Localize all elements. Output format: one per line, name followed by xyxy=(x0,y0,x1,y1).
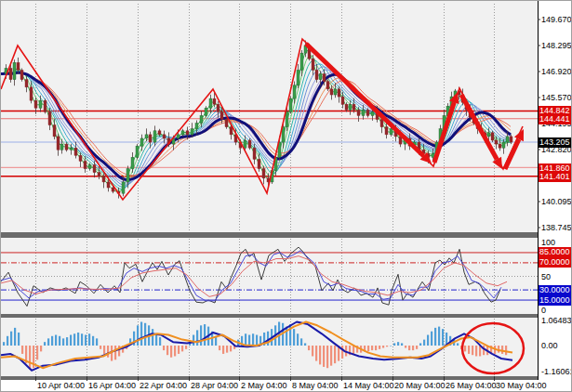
price-badge: 141.401 xyxy=(539,172,572,182)
candle xyxy=(131,157,134,168)
candle xyxy=(217,104,219,111)
histogram-bar xyxy=(475,346,477,356)
time-axis-label: 20 May 04:00 xyxy=(394,381,446,390)
candle xyxy=(39,100,42,108)
candle xyxy=(258,159,260,168)
histogram-bar xyxy=(144,323,146,346)
candle xyxy=(88,165,91,169)
candle xyxy=(349,104,352,110)
histogram-bar xyxy=(308,346,310,350)
histogram-bar xyxy=(140,322,142,346)
candle xyxy=(323,74,326,82)
histogram-bar xyxy=(427,335,429,346)
histogram-bar xyxy=(196,330,198,346)
histogram-bar xyxy=(353,346,354,354)
histogram-bar xyxy=(222,346,224,354)
histogram-bar xyxy=(51,336,53,346)
histogram-bar xyxy=(3,342,5,346)
candle xyxy=(34,100,37,108)
histogram-bar xyxy=(300,338,302,346)
candle xyxy=(499,144,501,148)
candle xyxy=(25,80,28,87)
time-axis-label: 8 May 04:00 xyxy=(292,381,339,390)
candle xyxy=(153,131,156,142)
histogram-bar xyxy=(405,346,406,348)
histogram-bar xyxy=(442,329,444,346)
histogram-bar xyxy=(397,342,399,346)
candle xyxy=(102,176,105,182)
candle xyxy=(297,70,299,85)
candle xyxy=(79,155,82,161)
histogram-bar xyxy=(14,328,16,346)
histogram-bar xyxy=(200,325,202,346)
histogram-bar xyxy=(219,346,220,350)
candle xyxy=(126,169,129,182)
histogram-bar xyxy=(100,346,101,349)
histogram-bar xyxy=(468,346,470,354)
candle xyxy=(200,115,203,123)
candle xyxy=(9,68,12,79)
candle xyxy=(48,111,51,124)
histogram-bar xyxy=(401,343,403,346)
candle xyxy=(209,98,212,108)
candle xyxy=(195,124,198,129)
histogram-bar xyxy=(330,346,332,366)
candle xyxy=(380,120,383,127)
candle xyxy=(44,100,47,111)
candle xyxy=(225,120,228,127)
candle xyxy=(220,111,223,119)
histogram-bar xyxy=(312,346,313,356)
histogram-bar xyxy=(170,346,172,358)
histogram-bar xyxy=(7,336,8,346)
histogram-bar xyxy=(36,346,38,359)
histogram-bar xyxy=(59,336,60,346)
stoch-level-label: 100 xyxy=(541,238,555,247)
stoch-level-label: 50 xyxy=(541,272,551,281)
candle xyxy=(145,135,148,138)
histogram-bar xyxy=(341,346,343,359)
candle xyxy=(334,89,337,95)
candle xyxy=(230,127,233,135)
time-axis-label: 2 May 04:00 xyxy=(241,381,287,390)
candle xyxy=(244,140,246,148)
histogram-bar xyxy=(501,346,503,354)
histogram-bar xyxy=(326,346,328,368)
histogram-bar xyxy=(248,335,250,346)
histogram-bar xyxy=(163,346,165,350)
histogram-bar xyxy=(73,333,75,346)
histogram-bar xyxy=(431,332,432,346)
histogram-bar xyxy=(382,346,384,348)
candle xyxy=(253,148,256,159)
histogram-bar xyxy=(319,346,321,364)
histogram-bar xyxy=(103,346,105,354)
candle xyxy=(93,165,96,173)
histogram-bar xyxy=(386,346,388,346)
histogram-bar xyxy=(166,346,168,355)
candle xyxy=(140,138,143,146)
candle xyxy=(289,98,292,111)
candle xyxy=(390,129,392,135)
histogram-bar xyxy=(193,335,194,346)
histogram-bar xyxy=(390,346,392,346)
histogram-bar xyxy=(44,342,46,346)
histogram-bar xyxy=(334,346,336,363)
histogram-bar xyxy=(412,346,414,350)
candle xyxy=(495,140,498,144)
histogram-bar xyxy=(408,346,410,350)
candle xyxy=(60,144,63,150)
candle xyxy=(177,135,180,138)
price-badge: 143.205 xyxy=(539,137,572,148)
histogram-bar xyxy=(204,324,206,346)
candle xyxy=(312,59,314,70)
stoch-level-badge: 70.0000 xyxy=(539,257,572,268)
candle xyxy=(248,140,251,148)
histogram-bar xyxy=(85,335,86,346)
candle xyxy=(326,82,329,89)
oscillator-scale-label: -1.16061 xyxy=(541,367,572,376)
candle xyxy=(122,182,125,193)
histogram-bar xyxy=(40,346,42,351)
histogram-bar xyxy=(304,343,306,346)
time-axis-label: 26 May 04:00 xyxy=(446,381,497,390)
candle xyxy=(293,85,296,98)
histogram-bar xyxy=(367,346,369,351)
